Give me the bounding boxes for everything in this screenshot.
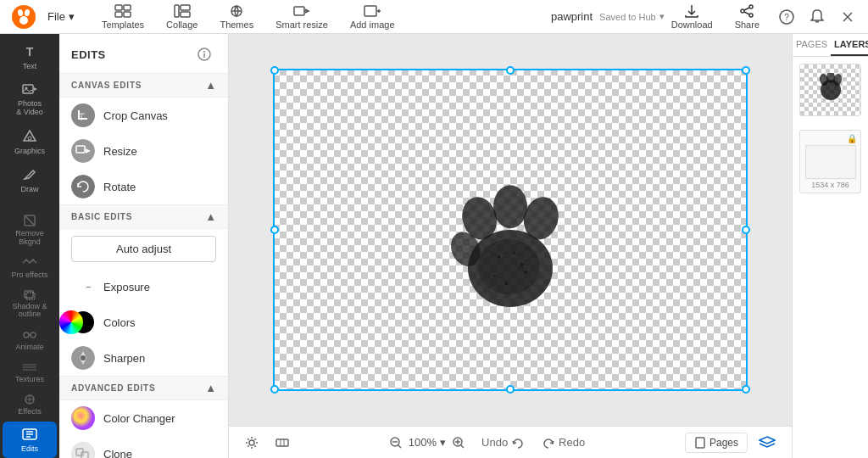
- sidebar-item-photos-video[interactable]: Photos& Video: [3, 77, 57, 122]
- collage-icon: [174, 4, 191, 18]
- exposure-label: Exposure: [103, 281, 150, 293]
- tool-templates[interactable]: Templates: [92, 1, 154, 33]
- pages-button[interactable]: Pages: [685, 433, 748, 453]
- crop-canvas-item[interactable]: Crop Canvas: [59, 98, 228, 133]
- color-changer-icon: [71, 406, 95, 430]
- sidebar-item-shadow-outline[interactable]: Shadow &outline: [3, 285, 57, 324]
- share-button[interactable]: Share: [728, 1, 766, 33]
- svg-line-21: [744, 8, 749, 10]
- settings-icon-btn[interactable]: [241, 432, 263, 454]
- help-icon-btn[interactable]: ?: [775, 5, 798, 29]
- pages-label: Pages: [709, 437, 738, 449]
- layers-button[interactable]: [754, 432, 780, 454]
- color-changer-item[interactable]: Color Changer: [59, 400, 228, 436]
- resize-item[interactable]: Resize: [59, 133, 228, 169]
- bottom-center: 100% ▾ Undo Redo: [302, 433, 676, 452]
- svg-text:+: +: [78, 282, 82, 291]
- sharpen-icon: [71, 346, 95, 370]
- close-icon-btn[interactable]: [836, 5, 860, 29]
- download-button[interactable]: Download: [665, 1, 720, 33]
- svg-rect-7: [124, 12, 131, 17]
- sidebar-item-remove-bkgnd[interactable]: RemoveBkgnd: [3, 209, 57, 251]
- sidebar-item-pro-effects[interactable]: Pro effects: [3, 253, 57, 283]
- zoom-out-button[interactable]: [387, 433, 405, 452]
- svg-point-81: [493, 185, 527, 228]
- colors-icon: [71, 310, 95, 334]
- tool-add-image[interactable]: Add image: [340, 1, 405, 33]
- sidebar-item-graphics[interactable]: Graphics: [3, 124, 57, 160]
- logo[interactable]: [8, 2, 39, 32]
- svg-rect-28: [23, 85, 33, 93]
- svg-rect-15: [364, 6, 376, 16]
- color-changer-label: Color Changer: [103, 412, 175, 425]
- zoom-chevron: ▾: [440, 436, 446, 449]
- exposure-item[interactable]: +– Exposure: [59, 269, 228, 304]
- sidebar-item-textures[interactable]: Textures: [3, 357, 57, 388]
- canvas-container[interactable]: [229, 34, 792, 426]
- zoom-in-button[interactable]: [449, 433, 468, 452]
- svg-point-56: [203, 51, 205, 53]
- tab-layers[interactable]: LAYERS: [831, 34, 868, 56]
- svg-point-62: [71, 275, 95, 299]
- undo-button[interactable]: Undo: [475, 433, 530, 451]
- basic-edits-section: BASIC EDITS ▲: [59, 204, 228, 229]
- rotate-label: Rotate: [103, 181, 136, 193]
- edits-header: EDITS: [59, 34, 228, 73]
- canvas-workspace: [273, 69, 748, 391]
- svg-rect-57: [75, 107, 92, 124]
- exposure-icon: +–: [71, 275, 95, 299]
- file-menu[interactable]: File ▾: [39, 7, 83, 26]
- layer-thumb-2[interactable]: 🔒 1534 x 786: [799, 130, 861, 193]
- right-tabs: PAGES LAYERS: [793, 34, 868, 57]
- zoom-control: 100% ▾: [387, 433, 468, 452]
- svg-marker-30: [34, 87, 37, 91]
- redo-button[interactable]: Redo: [537, 433, 592, 451]
- svg-line-96: [398, 444, 401, 448]
- templates-icon: [114, 4, 131, 18]
- sidebar-item-animate[interactable]: Animate: [3, 325, 57, 355]
- canvas-edits-toggle[interactable]: ▲: [205, 79, 216, 92]
- sidebar-item-draw[interactable]: Draw: [3, 162, 57, 198]
- notification-icon-btn[interactable]: [805, 5, 829, 29]
- bottom-right: Pages: [685, 432, 780, 454]
- svg-point-63: [71, 275, 95, 299]
- crop-canvas-icon: [71, 103, 95, 127]
- sidebar-item-effects[interactable]: Effects: [3, 389, 57, 420]
- sidebar-item-edits[interactable]: Edits: [3, 422, 57, 458]
- saved-status: Saved to Hub ▾: [599, 11, 665, 22]
- rotate-item[interactable]: Rotate: [59, 169, 228, 204]
- tab-layers-label: LAYERS: [834, 39, 868, 49]
- rotate-icon: [71, 175, 95, 198]
- layer-thumb-image-2: [805, 145, 856, 179]
- smart-resize-icon: [293, 4, 310, 18]
- grid-icon-btn[interactable]: [271, 432, 293, 454]
- advanced-edits-toggle[interactable]: ▲: [205, 382, 216, 394]
- tool-collage[interactable]: Collage: [156, 1, 208, 33]
- basic-edits-toggle[interactable]: ▲: [205, 210, 216, 223]
- colors-item[interactable]: Colors: [59, 304, 228, 340]
- tab-pages[interactable]: PAGES: [793, 34, 831, 56]
- crop-canvas-label: Crop Canvas: [103, 109, 168, 122]
- advanced-edits-section: ADVANCED EDITS ▲: [59, 376, 228, 400]
- sidebar-item-text[interactable]: T Text: [3, 39, 57, 75]
- share-label: Share: [735, 20, 760, 30]
- edits-info-button[interactable]: [192, 42, 216, 66]
- svg-point-84: [478, 239, 540, 294]
- topbar: File ▾ Templates Collage Themes Smart r: [0, 0, 868, 34]
- svg-rect-4: [115, 5, 122, 10]
- main-area: T Text Photos& Video Graphics Draw Remov…: [0, 34, 868, 458]
- svg-point-70: [81, 355, 86, 360]
- add-image-icon: [364, 4, 381, 18]
- resize-icon: [71, 139, 95, 163]
- file-label: File: [47, 10, 65, 23]
- canvas-image: [273, 69, 748, 391]
- tool-smart-resize[interactable]: Smart resize: [265, 1, 338, 33]
- tool-themes[interactable]: Themes: [209, 1, 264, 33]
- sharpen-item[interactable]: Sharpen: [59, 340, 228, 376]
- project-name: pawprint: [551, 10, 593, 23]
- svg-rect-107: [814, 149, 848, 175]
- layer-thumb-1[interactable]: [799, 64, 861, 116]
- auto-adjust-button[interactable]: Auto adjust: [71, 236, 216, 262]
- clone-item[interactable]: Clone: [59, 436, 228, 458]
- svg-rect-102: [696, 438, 704, 448]
